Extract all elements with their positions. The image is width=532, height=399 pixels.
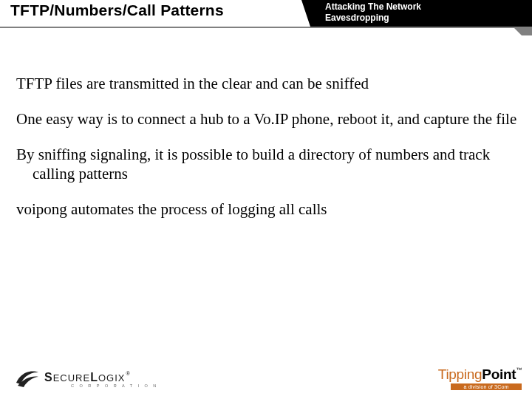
- slide-header: TFTP/Numbers/Call Patterns Attacking The…: [0, 0, 532, 27]
- logo-securelogix-sub: C O R P O R A T I O N: [71, 383, 158, 388]
- logo-tippingpoint-sub: a division of 3Com: [451, 383, 522, 390]
- logo-registered-icon: ®: [126, 371, 130, 376]
- slide-title: TFTP/Numbers/Call Patterns: [10, 1, 224, 19]
- logo-sl-s: S: [44, 371, 53, 383]
- header-corner: [522, 28, 532, 35]
- logo-tippingpoint: TippingPoint™ a division of 3Com: [411, 366, 522, 392]
- slide-footer: SECURELOGIX® C O R P O R A T I O N Tippi…: [0, 365, 532, 395]
- swoosh-icon: [15, 368, 40, 390]
- section-tab: Attacking The Network Eavesdropping: [310, 0, 532, 27]
- body-paragraph-2: One easy way is to connect a hub to a Vo…: [16, 109, 526, 129]
- logo-securelogix: SECURELOGIX® C O R P O R A T I O N: [15, 368, 163, 390]
- slide-body: TFTP files are transmitted in the clear …: [16, 74, 526, 235]
- logo-tippingpoint-text: TippingPoint™: [438, 366, 522, 382]
- section-tab-text: Attacking The Network Eavesdropping: [318, 1, 532, 24]
- section-tab-line2: Eavesdropping: [325, 13, 389, 23]
- logo-sl-ecure: ECURE: [53, 372, 91, 383]
- section-tab-line1: Attacking The Network: [325, 1, 421, 12]
- body-paragraph-1: TFTP files are transmitted in the clear …: [16, 74, 526, 93]
- logo-trademark-icon: ™: [516, 366, 522, 373]
- tab-notch: [301, 0, 310, 27]
- body-paragraph-4: voipong automates the process of logging…: [16, 200, 526, 219]
- logo-sl-l: L: [90, 371, 98, 383]
- logo-sl-ogix: OGIX: [98, 372, 126, 383]
- logo-tp-tipping: Tipping: [438, 366, 482, 382]
- header-underline: [0, 27, 532, 28]
- body-paragraph-3: By sniffing signaling, it is possible to…: [16, 145, 526, 183]
- logo-tp-point: Point: [482, 366, 516, 382]
- logo-securelogix-text: SECURELOGIX® C O R P O R A T I O N: [44, 371, 158, 388]
